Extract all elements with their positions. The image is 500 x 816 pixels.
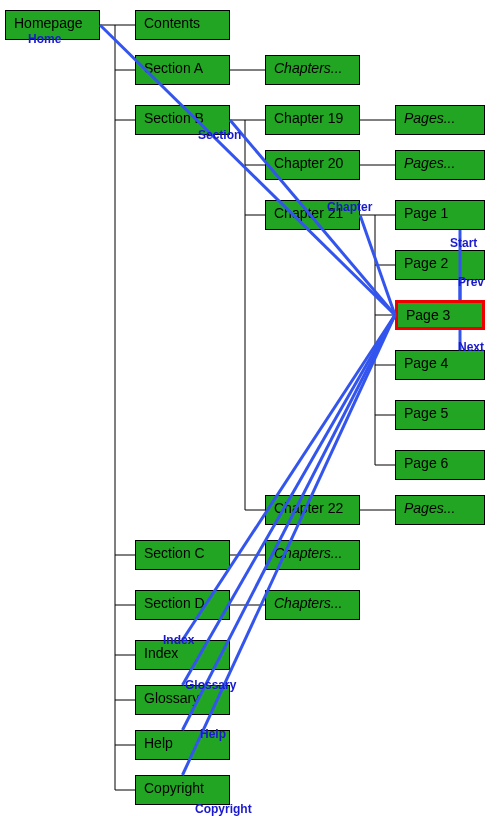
node-chapter22: Chapter 22 xyxy=(265,495,360,525)
node-page6: Page 6 xyxy=(395,450,485,480)
node-chaptersC: Chapters... xyxy=(265,540,360,570)
node-help: Help xyxy=(135,730,230,760)
node-sectionB: Section B xyxy=(135,105,230,135)
node-copyright: Copyright xyxy=(135,775,230,805)
node-sectionC: Section C xyxy=(135,540,230,570)
node-page2: Page 2 xyxy=(395,250,485,280)
node-page4: Page 4 xyxy=(395,350,485,380)
node-glossary: Glossary xyxy=(135,685,230,715)
svg-line-45 xyxy=(360,215,395,315)
node-pages22: Pages... xyxy=(395,495,485,525)
node-contents: Contents xyxy=(135,10,230,40)
node-page5: Page 5 xyxy=(395,400,485,430)
node-chaptersA: Chapters... xyxy=(265,55,360,85)
node-index: Index xyxy=(135,640,230,670)
node-sectionD: Section D xyxy=(135,590,230,620)
node-page1: Page 1 xyxy=(395,200,485,230)
node-chapter19: Chapter 19 xyxy=(265,105,360,135)
node-page3: Page 3 xyxy=(395,300,485,330)
sitemap-diagram: HomepageContentsSection AChapters...Sect… xyxy=(0,0,500,816)
node-chaptersD: Chapters... xyxy=(265,590,360,620)
node-pages19: Pages... xyxy=(395,105,485,135)
node-pages20: Pages... xyxy=(395,150,485,180)
link-label-start: Start xyxy=(450,236,477,250)
node-chapter21: Chapter 21 xyxy=(265,200,360,230)
node-homepage: Homepage xyxy=(5,10,100,40)
node-sectionA: Section A xyxy=(135,55,230,85)
node-chapter20: Chapter 20 xyxy=(265,150,360,180)
